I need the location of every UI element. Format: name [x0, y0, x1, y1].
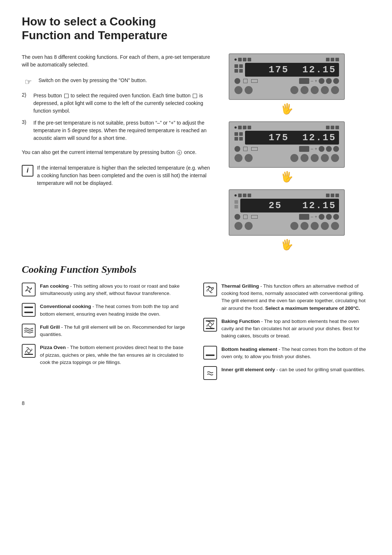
inner-grill-icon — [203, 366, 217, 380]
hand-below-1: 🖐 — [281, 103, 293, 115]
svg-rect-9 — [206, 355, 215, 356]
step3-text: If the pre-set temperature is not suitab… — [33, 119, 211, 142]
page-title: How to select a Cooking Function and Tem… — [22, 15, 211, 42]
func-bottom-name: Bottom heating element — [221, 347, 277, 352]
oven-panel-1: 175 12.15 – + — [229, 53, 345, 100]
step1-row: ☞ Switch on the oven by pressing the "ON… — [22, 77, 211, 87]
step3-item: 3) If the pre-set temperature is not sui… — [22, 119, 211, 142]
svg-rect-7 — [206, 320, 215, 321]
oven-display-2: 175 12.15 – + — [225, 121, 348, 183]
svg-point-6 — [208, 323, 212, 327]
func-conv-name: Conventional cooking — [40, 304, 91, 309]
svg-rect-1 — [24, 307, 33, 308]
bottom-heat-icon — [203, 346, 217, 360]
func-inner-name: Inner grill element only — [221, 367, 275, 372]
baking-icon — [203, 318, 217, 332]
func-baking: Baking Function - The top and bottom ele… — [203, 318, 370, 340]
svg-rect-4 — [24, 354, 33, 355]
func-fan-cooking: Fan cooking - This setting allows you to… — [22, 283, 189, 297]
svg-point-0 — [27, 288, 30, 291]
step2-num: 2) — [22, 92, 30, 98]
func-thermal: Thermal Grilling - This function offers … — [203, 283, 370, 312]
full-grill-icon — [22, 324, 36, 337]
oven-panel-3: 25 12.15 – + — [229, 189, 345, 236]
func-baking-name: Baking Function — [221, 319, 260, 324]
conventional-icon — [22, 303, 36, 317]
current-temp-note: You can also get the current internal te… — [22, 149, 211, 156]
functions-right: Thermal Grilling - This function offers … — [203, 283, 370, 386]
svg-point-3 — [27, 349, 30, 353]
info-note-text: If the internal temperature is higher th… — [37, 164, 211, 187]
func-bottom-text: Bottom heating element - The heat comes … — [221, 346, 370, 361]
func-grill-text: Full Grill - The full grill element will… — [40, 324, 189, 339]
func-grill-name: Full Grill — [40, 324, 60, 330]
func-fan-name: Fan cooking — [40, 283, 69, 289]
func-conv-text: Conventional cooking - The heat comes fr… — [40, 303, 189, 318]
svg-rect-8 — [206, 328, 215, 329]
page-number: 8 — [22, 400, 370, 406]
func-bottom-heat: Bottom heating element - The heat comes … — [203, 346, 370, 361]
fan-cooking-icon — [22, 283, 36, 296]
func-pizza: Pizza Oven - The bottom element provides… — [22, 344, 189, 366]
svg-point-5 — [208, 288, 212, 291]
step1-text: Switch on the oven by pressing the "ON" … — [38, 77, 147, 84]
thermal-icon — [203, 283, 217, 296]
info-icon: i — [22, 165, 33, 177]
func-conventional: Conventional cooking - The heat comes fr… — [22, 303, 189, 318]
functions-layout: Fan cooking - This setting allows you to… — [22, 283, 370, 386]
step2-item: 2) Press button to select the required o… — [22, 92, 211, 115]
func-grill-desc: - The full grill element will be on. Rec… — [40, 324, 185, 337]
func-pizza-name: Pizza Oven — [40, 345, 66, 350]
functions-left: Fan cooking - This setting allows you to… — [22, 283, 189, 386]
hand-below-2: 🖐 — [281, 171, 293, 183]
func-inner-text: Inner grill element only - can be used f… — [221, 366, 365, 373]
oven-display-1: 175 12.15 – + — [225, 53, 348, 115]
pizza-icon — [22, 344, 36, 358]
func-thermal-text: Thermal Grilling - This function offers … — [221, 283, 370, 312]
display2-nums: 175 12.15 — [269, 132, 336, 143]
hand-icon: ☞ — [22, 77, 35, 87]
step3-num: 3) — [22, 119, 30, 125]
svg-rect-2 — [24, 312, 33, 313]
func-baking-text: Baking Function - The top and bottom ele… — [221, 318, 370, 340]
display3-nums: 25 12.15 — [269, 200, 336, 211]
func-inner-grill: Inner grill element only - can be used f… — [203, 366, 370, 380]
section-title: Cooking Function Symbols — [22, 264, 370, 275]
func-thermal-name: Thermal Grilling — [221, 283, 259, 289]
func-fan-text: Fan cooking - This setting allows you to… — [40, 283, 189, 297]
hand-below-3: 🖐 — [281, 239, 293, 251]
steps-list: 2) Press button to select the required o… — [22, 92, 211, 142]
func-inner-desc: - can be used for grilling small quantit… — [277, 367, 366, 372]
intro-text: The oven has 8 different cooking functio… — [22, 53, 211, 69]
left-column: The oven has 8 different cooking functio… — [22, 53, 211, 251]
oven-panel-2: 175 12.15 – + — [229, 121, 345, 168]
func-pizza-text: Pizza Oven - The bottom element provides… — [40, 344, 189, 366]
oven-display-3: 25 12.15 – + — [225, 189, 348, 251]
display1-nums: 175 12.15 — [269, 64, 336, 75]
step2-text: Press button to select the required oven… — [33, 92, 211, 115]
func-thermal-bold: Select a maximum temperature of 200°C. — [265, 305, 360, 311]
func-full-grill: Full Grill - The full grill element will… — [22, 324, 189, 339]
right-column: 175 12.15 – + — [225, 53, 348, 251]
info-note-row: i If the internal temperature is higher … — [22, 164, 211, 187]
